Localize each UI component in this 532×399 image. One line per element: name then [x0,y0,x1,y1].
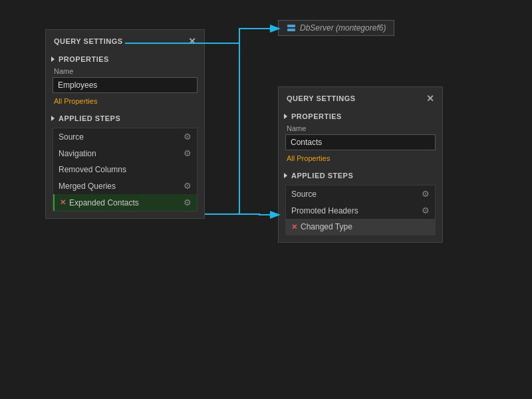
right-step-promoted-headers-label: Promoted Headers [291,206,358,215]
left-step-removed-columns[interactable]: Removed Columns [53,162,197,178]
left-close-button[interactable]: ✕ [188,37,196,46]
left-step-removed-columns-label: Removed Columns [59,165,126,174]
right-name-input[interactable] [285,134,436,150]
left-steps-container: Source ⚙ Navigation ⚙ Removed Columns Me… [53,128,198,211]
svg-rect-0 [287,25,295,27]
right-query-panel: QUERY SETTINGS ✕ PROPERTIES Name All Pro… [278,86,443,243]
right-applied-steps-header: APPLIED STEPS [279,168,442,182]
right-step-promoted-headers[interactable]: Promoted Headers ⚙ [286,202,435,219]
left-step-source-gear[interactable]: ⚙ [184,132,192,142]
left-step-merged-queries[interactable]: Merged Queries ⚙ [53,178,197,194]
left-panel-title: QUERY SETTINGS [54,37,123,45]
svg-rect-1 [287,29,295,31]
right-panel-header: QUERY SETTINGS ✕ [279,87,442,108]
left-step-expanded-contacts-label: Expanded Contacts [69,198,139,207]
left-step-error-icon: ✕ [60,198,66,207]
left-query-panel: QUERY SETTINGS ✕ PROPERTIES Name All Pro… [45,29,205,219]
triangle-icon-2 [51,116,55,121]
left-step-expanded-contacts[interactable]: ✕ Expanded Contacts ⚙ [53,194,197,211]
right-step-changed-type-label: Changed Type [301,222,352,231]
right-properties-header: PROPERTIES [279,108,442,123]
db-server-tag: DbServer (montegoref6) [278,20,394,36]
right-close-button[interactable]: ✕ [426,94,434,103]
left-step-navigation-gear[interactable]: ⚙ [184,148,192,158]
triangle-icon-4 [284,173,287,178]
right-all-properties-link[interactable]: All Properties [279,154,442,168]
left-step-navigation-label: Navigation [59,149,96,158]
left-name-input[interactable] [53,77,198,93]
left-panel-header: QUERY SETTINGS ✕ [46,30,204,51]
right-step-changed-type[interactable]: ✕ Changed Type [286,219,435,235]
left-applied-steps-header: APPLIED STEPS [46,110,204,125]
right-step-promoted-headers-gear[interactable]: ⚙ [422,205,430,215]
left-step-source[interactable]: Source ⚙ [53,128,197,145]
right-step-source[interactable]: Source ⚙ [286,186,435,202]
triangle-icon [51,57,55,62]
right-step-source-gear[interactable]: ⚙ [422,189,430,199]
left-step-merged-queries-gear[interactable]: ⚙ [184,181,192,191]
right-step-error-icon: ✕ [291,223,297,231]
left-step-navigation[interactable]: Navigation ⚙ [53,145,197,162]
left-properties-header: PROPERTIES [46,51,204,66]
left-step-source-label: Source [59,132,84,142]
left-step-expanded-contacts-gear[interactable]: ⚙ [184,198,192,207]
right-name-label: Name [279,123,442,134]
right-panel-title: QUERY SETTINGS [287,94,356,102]
db-icon [287,23,296,33]
right-step-source-label: Source [291,190,317,199]
db-server-label: DbServer (montegoref6) [300,23,386,33]
left-all-properties-link[interactable]: All Properties [46,97,204,110]
left-step-merged-queries-label: Merged Queries [59,182,116,191]
triangle-icon-3 [284,114,287,119]
left-name-label: Name [46,66,204,77]
right-steps-container: Source ⚙ Promoted Headers ⚙ ✕ Changed Ty… [285,185,436,235]
